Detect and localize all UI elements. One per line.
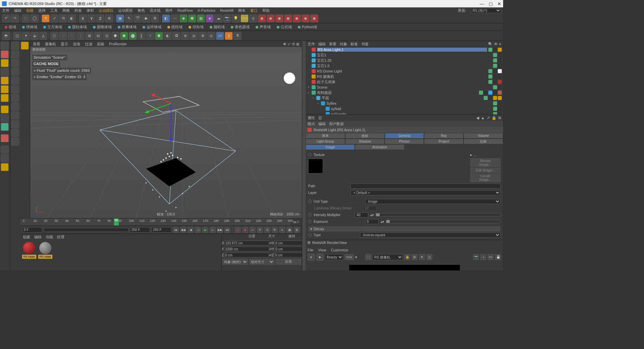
add-environment[interactable]: ☁ bbox=[214, 14, 222, 22]
tab-Image[interactable]: Image bbox=[306, 144, 355, 150]
workplane-mode[interactable] bbox=[1, 68, 9, 76]
menu-mograph[interactable]: 运动图形 bbox=[118, 8, 133, 13]
p2-6[interactable] bbox=[11, 85, 19, 93]
mg-8[interactable]: ⋮ bbox=[76, 32, 85, 40]
rv-ipr-button[interactable]: ⏵ bbox=[308, 253, 315, 261]
mat-tab-tex[interactable]: 纹理 bbox=[57, 235, 64, 240]
menu-pipeline[interactable]: 流水线 bbox=[150, 8, 161, 13]
lock-z[interactable]: Z bbox=[96, 14, 104, 22]
decay-section[interactable]: ▾Decay bbox=[308, 226, 500, 232]
tag-icon[interactable] bbox=[493, 96, 497, 100]
spline-pen[interactable]: ✎ bbox=[125, 14, 133, 22]
play-button[interactable]: ▶ bbox=[202, 227, 208, 233]
object-粒子几何体[interactable]: 粒子几何体 bbox=[306, 79, 503, 85]
render-view[interactable]: 🎬 bbox=[133, 14, 142, 22]
mg-13[interactable]: ⬣ bbox=[120, 32, 128, 40]
om-eye-icon[interactable]: 👁 bbox=[494, 42, 498, 46]
add-generator[interactable]: ◆ bbox=[179, 14, 187, 22]
om-bookmarks[interactable]: 书签 bbox=[361, 42, 369, 47]
last-tool[interactable]: ◐ bbox=[68, 14, 76, 22]
rs-btn6[interactable]: ◉ bbox=[302, 14, 310, 22]
coord-mode2[interactable]: 绝对尺寸 bbox=[249, 259, 275, 265]
key-rot-button[interactable]: R bbox=[272, 227, 278, 233]
add-array[interactable]: ▦ bbox=[197, 14, 205, 22]
tag-icon[interactable] bbox=[498, 64, 502, 68]
tab-Volume[interactable]: Volume bbox=[464, 133, 503, 139]
rs-btn7[interactable]: ◉ bbox=[310, 14, 318, 22]
locate-image-button[interactable]: Locate Image... bbox=[470, 173, 500, 182]
polygon-mode[interactable] bbox=[1, 94, 9, 102]
om-view[interactable]: 查看 bbox=[329, 42, 336, 47]
p2-3[interactable] bbox=[11, 59, 19, 67]
vm-panel[interactable]: 面板 bbox=[97, 42, 104, 47]
tag-icon[interactable] bbox=[498, 101, 502, 105]
tab-基本[interactable]: 基本 bbox=[306, 133, 345, 139]
key-pla-button[interactable]: ▦ bbox=[286, 227, 292, 233]
mg-18[interactable]: ✪ bbox=[172, 32, 180, 40]
model-mode[interactable] bbox=[1, 50, 9, 58]
tag-icon[interactable] bbox=[498, 107, 502, 111]
object-宝石1.5[interactable]: 宝石1.5 bbox=[306, 63, 503, 68]
mg-5[interactable]: ⬡ bbox=[50, 32, 58, 40]
tab-General[interactable]: General bbox=[385, 133, 424, 139]
tab-Light Group[interactable]: Light Group bbox=[306, 139, 345, 144]
attr-tab-attr[interactable]: 属性 bbox=[308, 115, 315, 120]
rv-snow-button[interactable]: ❄ bbox=[419, 254, 425, 260]
step-fwd-button[interactable]: ▶▶ bbox=[217, 227, 223, 233]
pos-Z[interactable] bbox=[224, 253, 269, 257]
rv-camera-select[interactable]: RS 摄像机 bbox=[373, 254, 403, 260]
undo-button[interactable]: ↶ bbox=[2, 14, 10, 22]
rv-add-button[interactable]: ＋ bbox=[480, 254, 486, 260]
tag-icon[interactable] bbox=[488, 48, 492, 52]
keyframe-sel-button[interactable]: ◇ bbox=[250, 227, 256, 233]
tag-icon[interactable] bbox=[484, 96, 488, 100]
key-scale-button[interactable]: S bbox=[264, 227, 270, 233]
material-0[interactable]: RS Mate bbox=[22, 242, 36, 259]
close-button[interactable]: ✕ bbox=[497, 1, 501, 6]
rs-btn2[interactable]: ◉ bbox=[267, 14, 275, 22]
lock-y[interactable]: Y bbox=[88, 14, 96, 22]
lock-icon[interactable] bbox=[1, 154, 9, 162]
mg-1[interactable]: ◫ bbox=[13, 32, 21, 40]
add-spline[interactable]: 〰 bbox=[171, 14, 179, 22]
tag-icon[interactable] bbox=[488, 69, 492, 73]
attr-lock-icon[interactable]: 🔒 bbox=[492, 116, 496, 120]
rv-grid-button[interactable]: ⊞ bbox=[412, 254, 418, 260]
goto-start-button[interactable]: ⏮ bbox=[173, 227, 179, 233]
om-search-icon[interactable]: 🔍 bbox=[488, 42, 493, 46]
mg-9[interactable]: ⊞ bbox=[85, 32, 93, 40]
tag-icon[interactable] bbox=[498, 80, 502, 84]
tab-Ray[interactable]: Ray bbox=[424, 133, 464, 139]
add-cube[interactable]: ◧ bbox=[162, 14, 170, 22]
menu-volume[interactable]: 体积 bbox=[87, 8, 94, 13]
timeline-cursor[interactable]: 86 bbox=[114, 218, 119, 226]
key-param-button[interactable]: A bbox=[279, 227, 285, 233]
exposure-slider[interactable] bbox=[386, 220, 500, 223]
object-syNail[interactable]: syNail bbox=[306, 106, 503, 111]
p2-11[interactable] bbox=[11, 129, 19, 137]
reload-image-button[interactable]: Reload Image... bbox=[470, 158, 500, 167]
side-handle[interactable] bbox=[302, 41, 306, 270]
p2-2[interactable] bbox=[11, 50, 19, 58]
tab-Photon[interactable]: Photon bbox=[385, 139, 424, 144]
magnet-icon[interactable] bbox=[1, 134, 9, 142]
mg-11[interactable]: ⊡ bbox=[103, 32, 111, 40]
record-button[interactable]: ● bbox=[235, 227, 241, 233]
field-13[interactable]: Python域 bbox=[295, 24, 320, 30]
expand-icon[interactable]: – bbox=[312, 96, 315, 100]
unit-select[interactable]: Image bbox=[365, 199, 500, 204]
range-end2-input[interactable] bbox=[151, 227, 171, 233]
vm-filter[interactable]: 过滤 bbox=[85, 42, 92, 47]
vs-move-icon[interactable] bbox=[21, 42, 29, 50]
attr-tab-layer[interactable]: 层 bbox=[318, 115, 322, 120]
tag-icon[interactable] bbox=[498, 58, 502, 62]
object-syGravity[interactable]: syGravity bbox=[306, 111, 503, 114]
mg-3[interactable]: ⬙ bbox=[31, 32, 39, 40]
rv-lock-button[interactable]: 🔒 bbox=[404, 254, 410, 260]
tex-arrow-icon[interactable]: ▸ bbox=[470, 153, 472, 157]
rv-bucket-button[interactable]: ◫ bbox=[426, 254, 432, 260]
om-tags[interactable]: 标签 bbox=[351, 42, 358, 47]
point-mode[interactable] bbox=[1, 77, 9, 85]
mg-16[interactable]: ⬢ bbox=[155, 32, 163, 40]
field-10[interactable]: 着色器域 bbox=[228, 24, 252, 30]
